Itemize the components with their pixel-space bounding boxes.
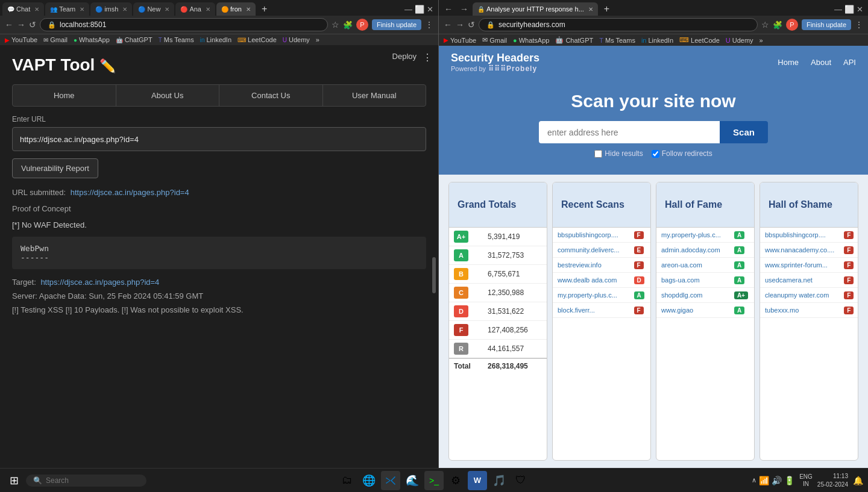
finish-update-btn-r[interactable]: Finish update [802,19,851,30]
url-submitted-link[interactable]: https://djsce.ac.in/pages.php?id=4 [71,188,189,197]
bookmark-msteams[interactable]: TMs Teams [159,36,194,43]
close-button[interactable]: ✕ [427,5,433,14]
tab-chat[interactable]: 💬 Chat ✕ [2,2,44,16]
taskbar-app-chrome[interactable]: 🌐 [359,471,379,490]
three-dots-menu[interactable]: ⋮ [423,52,432,63]
nav-about-sec[interactable]: About [811,58,831,67]
deploy-button[interactable]: Deploy [392,52,417,61]
site-link[interactable]: shopddlg.com [661,291,703,299]
bookmark-chatgpt[interactable]: 🤖ChatGPT [116,36,153,43]
site-link[interactable]: bags-ua.com [661,276,700,284]
site-link[interactable]: admin.adocday.com [661,246,720,254]
more-bookmarks[interactable]: » [316,36,319,43]
scan-button[interactable]: Scan [720,121,768,143]
tab-close[interactable]: ✕ [34,6,39,13]
bm-youtube-r[interactable]: ▶YouTube [444,37,476,44]
back-button[interactable]: ← [5,20,13,30]
bm-chatgpt-r[interactable]: 🤖ChatGPT [555,36,593,44]
maximize-button-right[interactable]: ⬜ [844,5,854,14]
bookmark-leetcode[interactable]: ⌨LeetCode [237,36,277,43]
tray-icon-up[interactable]: ∧ [752,476,756,484]
target-link[interactable]: https://djsce.ac.in/pages.php?id=4 [40,278,159,287]
taskbar-search[interactable]: 🔍 [26,475,146,487]
site-link[interactable]: community.deliverc... [558,246,620,254]
taskbar-app-edge[interactable]: 🌊 [403,471,422,490]
tab-new[interactable]: 🔵 New ✕ [133,2,174,16]
address-bar[interactable]: localhost:8501 [60,20,320,29]
volume-icon[interactable]: 🔊 [772,476,782,485]
site-link[interactable]: my.property-plus.c... [661,231,721,238]
site-link[interactable]: www.gigao [661,307,693,314]
tab-close[interactable]: ✕ [122,6,127,13]
tab-close[interactable]: ✕ [246,6,251,13]
nav-contact[interactable]: Contact Us [219,85,323,106]
taskbar-app-terminal[interactable]: >_ [424,471,444,490]
new-tab-button-right[interactable]: + [599,2,614,16]
ext-btn-r[interactable]: 🧩 [773,20,782,30]
back-button-right[interactable]: ← [441,2,456,16]
scan-input[interactable] [539,121,720,143]
profile-icon[interactable]: P [356,19,368,31]
notification-button[interactable]: 🔔 [853,476,863,485]
follow-redirects-checkbox[interactable] [652,150,659,158]
tab-close[interactable]: ✕ [165,6,169,13]
taskbar-app-settings[interactable]: ⚙ [446,471,465,490]
nav-home-sec[interactable]: Home [778,58,799,67]
extensions-button[interactable]: 🧩 [343,20,353,30]
bookmark-button[interactable]: ☆ [332,20,339,30]
site-link[interactable]: areon-ua.com [661,261,702,269]
site-link[interactable]: tubexxx.mo [765,307,799,314]
site-link[interactable]: my.property-plus.c... [558,291,617,299]
tab-team[interactable]: 👥 Team ✕ [45,2,89,16]
bm-gmail-r[interactable]: ✉Gmail [482,36,507,44]
language-indicator[interactable]: ENGIN [799,473,813,488]
bookmark-whatsapp[interactable]: ●WhatsApp [74,36,110,43]
back-btn-r[interactable]: ← [444,20,452,30]
start-button[interactable]: ⊞ [5,472,24,489]
taskbar-app-vscode[interactable] [381,471,400,490]
menu-button[interactable]: ⋮ [425,20,433,30]
minimize-button-right[interactable]: — [834,5,842,14]
site-link[interactable]: bestreview.info [558,261,602,269]
bm-whatsapp-r[interactable]: ●WhatsApp [513,37,549,44]
follow-redirects-option[interactable]: Follow redirects [652,149,712,158]
bookmark-youtube[interactable]: ▶YouTube [5,36,37,43]
finish-update-button[interactable]: Finish update [372,19,421,30]
maximize-button[interactable]: ⬜ [415,5,424,14]
close-button-right[interactable]: ✕ [857,5,863,14]
network-icon[interactable]: 📶 [759,476,769,485]
site-link[interactable]: www.sprinter-forum... [765,261,828,269]
bookmark-udemy[interactable]: UUdemy [283,36,310,43]
bookmark-gmail[interactable]: ✉Gmail [43,36,68,43]
bm-linkedin-r[interactable]: inLinkedIn [641,37,673,44]
bm-msteams-r[interactable]: TMs Teams [599,37,635,44]
minimize-button[interactable]: — [404,5,412,14]
taskbar-app-word[interactable]: W [468,471,487,490]
tab-fron[interactable]: 🟠 fron ✕ [216,2,256,16]
site-link[interactable]: bbspublishingcorp.... [765,231,826,238]
taskbar-app-music[interactable]: 🎵 [489,471,509,490]
new-tab-button[interactable]: + [257,2,272,16]
reload-button[interactable]: ↺ [29,20,36,30]
hide-results-checkbox[interactable] [594,150,602,158]
tab-close[interactable]: ✕ [206,6,210,13]
bm-udemy-r[interactable]: UUdemy [726,37,753,44]
site-link[interactable]: usedcamera.net [765,276,813,284]
address-bar-right[interactable]: securityheaders.com [498,20,750,29]
forward-btn-r[interactable]: → [456,20,464,30]
reload-btn-r[interactable]: ↺ [468,20,475,30]
clock[interactable]: 11:13 25-02-2024 [817,472,848,489]
bookmark-btn-r[interactable]: ☆ [761,20,769,30]
nav-about[interactable]: About Us [116,85,220,106]
tab-ana[interactable]: 🔴 Ana ✕ [175,2,215,16]
taskbar-app-security[interactable]: 🛡 [511,471,530,490]
bookmark-linkedin[interactable]: inLinkedIn [200,36,231,43]
hide-results-option[interactable]: Hide results [594,149,643,158]
site-link[interactable]: bbspublishingcorp.... [558,231,618,238]
tab-close-right[interactable]: ✕ [588,6,593,13]
nav-usermanual[interactable]: User Manual [323,85,426,106]
search-input[interactable] [46,476,130,485]
forward-button-right[interactable]: → [457,2,471,16]
site-link[interactable]: www.dealb ada.com [558,276,617,284]
forward-button[interactable]: → [17,20,25,30]
